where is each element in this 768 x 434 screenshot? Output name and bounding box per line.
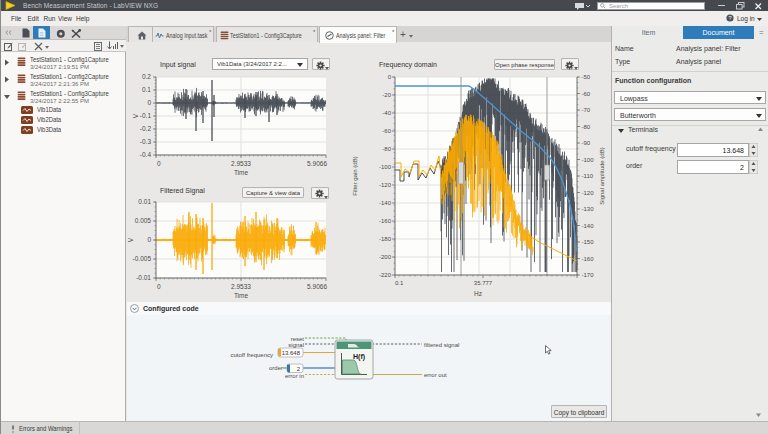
svg-text:-150: -150: [582, 239, 595, 245]
svg-text:-180: -180: [379, 236, 392, 242]
svg-text:5.9066: 5.9066: [307, 283, 327, 290]
svg-text:H(f): H(f): [353, 353, 365, 361]
svg-text:-100: -100: [379, 164, 392, 170]
svg-text:Time: Time: [234, 169, 249, 176]
svg-text:?: ?: [728, 15, 731, 21]
svg-text:13.648: 13.648: [282, 350, 301, 356]
svg-text:-140: -140: [582, 223, 595, 229]
svg-text:-0.2: -0.2: [140, 125, 152, 132]
svg-text:-200: -200: [379, 254, 392, 260]
svg-text:2.9533: 2.9533: [231, 160, 251, 167]
svg-text:0.1: 0.1: [142, 86, 151, 93]
svg-text:-0.3: -0.3: [140, 138, 152, 145]
svg-text:-0.005: -0.005: [133, 255, 152, 262]
svg-text:-90: -90: [582, 140, 591, 146]
svg-text:-80: -80: [382, 146, 391, 152]
svg-text:error in: error in: [285, 373, 304, 379]
svg-text:-100: -100: [582, 157, 595, 163]
svg-text:Filter gain (dB): Filter gain (dB): [352, 156, 358, 195]
svg-text:0: 0: [388, 74, 392, 80]
svg-text:signal: signal: [288, 342, 304, 348]
svg-text:filtered signal: filtered signal: [424, 342, 459, 348]
svg-text:-0.4: -0.4: [140, 151, 152, 158]
svg-text:-0.01: -0.01: [136, 274, 151, 281]
svg-text:V: V: [127, 237, 134, 242]
svg-text:0: 0: [147, 99, 151, 106]
svg-text:-20: -20: [382, 92, 391, 98]
svg-text:V: V: [132, 113, 139, 118]
svg-text:-120: -120: [379, 182, 392, 188]
svg-text:error out: error out: [424, 372, 447, 378]
svg-text:-220: -220: [379, 272, 392, 278]
svg-text:-80: -80: [582, 124, 591, 130]
svg-text:-40: -40: [382, 110, 391, 116]
svg-text:0: 0: [147, 236, 151, 243]
svg-text:-0.1: -0.1: [140, 112, 152, 119]
svg-text:5.9066: 5.9066: [307, 160, 327, 167]
svg-text:-160: -160: [582, 256, 595, 262]
svg-text:0: 0: [157, 160, 161, 167]
svg-text:-160: -160: [379, 218, 392, 224]
svg-text:-170: -170: [582, 272, 595, 278]
svg-text:0.005: 0.005: [135, 217, 152, 224]
svg-text:35.777: 35.777: [474, 280, 493, 286]
svg-text:-50: -50: [582, 74, 591, 80]
svg-text:0: 0: [157, 283, 161, 290]
svg-text:0.01: 0.01: [138, 198, 151, 205]
svg-text:Signal amplitude (dB): Signal amplitude (dB): [599, 147, 605, 204]
svg-text:Hz: Hz: [474, 290, 482, 297]
svg-text:-130: -130: [582, 206, 595, 212]
svg-text:0.2: 0.2: [142, 73, 151, 80]
svg-text:2.9533: 2.9533: [231, 283, 251, 290]
svg-text:-60: -60: [582, 91, 591, 97]
svg-text:Time: Time: [234, 292, 249, 299]
svg-text:order: order: [269, 365, 283, 371]
svg-text:-110: -110: [582, 173, 594, 179]
svg-text:-70: -70: [582, 107, 591, 113]
svg-text:-120: -120: [582, 190, 595, 196]
svg-text:0.1: 0.1: [395, 280, 404, 286]
svg-text:cutoff frequency: cutoff frequency: [230, 352, 273, 358]
svg-text:-60: -60: [382, 128, 391, 134]
svg-text:-140: -140: [379, 200, 392, 206]
